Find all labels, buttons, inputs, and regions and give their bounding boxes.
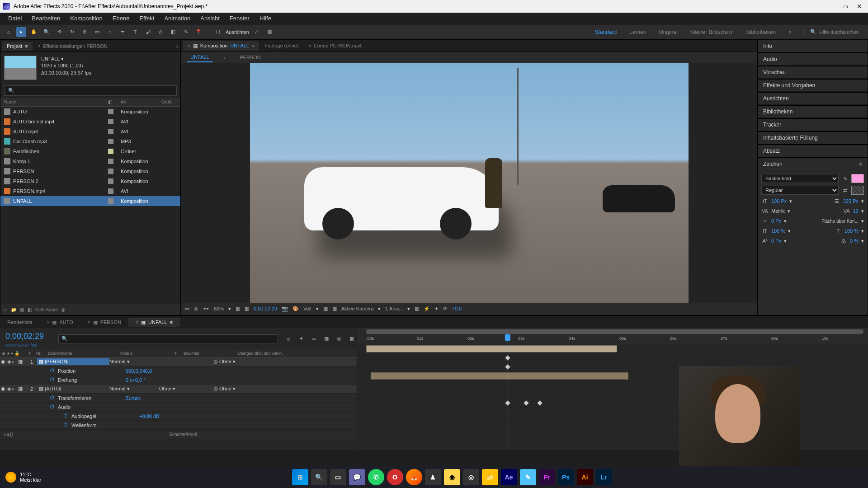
- tl-tool-4[interactable]: ▦: [321, 334, 331, 344]
- timeline-property[interactable]: ⏱TransformierenZurück: [0, 394, 357, 403]
- 3d-icon[interactable]: ✦: [434, 306, 439, 312]
- tl-footer-label[interactable]: Schalter/Modi: [169, 432, 197, 437]
- project-item[interactable]: Komp 1Komposition: [0, 156, 180, 166]
- project-item[interactable]: PERSON.mp4AVI: [0, 186, 180, 196]
- exposure-value[interactable]: +0,0: [452, 306, 462, 311]
- roto-tool[interactable]: ✎: [181, 27, 191, 37]
- tl-tool-3[interactable]: ▭: [309, 334, 319, 344]
- font-size-value[interactable]: 100 Px: [771, 198, 787, 204]
- adjust-icon[interactable]: ◧: [28, 307, 32, 312]
- tl-tab-auto[interactable]: × ▦ AUTO: [40, 318, 80, 327]
- panel-character[interactable]: Zeichen≡: [758, 158, 868, 170]
- flow-tab-unfall[interactable]: UNFALL: [187, 52, 213, 62]
- home-tool[interactable]: ⌂: [4, 27, 14, 37]
- rect-tool[interactable]: ▭: [92, 27, 102, 37]
- flow-tab-person[interactable]: PERSON: [236, 53, 264, 62]
- rotate-tool[interactable]: ↻: [67, 27, 77, 37]
- vscale-value[interactable]: 100 %: [771, 228, 785, 234]
- orbit-tool[interactable]: ⟲: [54, 27, 64, 37]
- teams-icon[interactable]: 💬: [349, 469, 365, 485]
- roi-icon[interactable]: ▦: [245, 306, 249, 312]
- tracking-value[interactable]: 10: [853, 208, 859, 214]
- project-item[interactable]: AUTO.mp4AVI: [0, 127, 180, 136]
- menu-effekt[interactable]: Effekt: [135, 13, 159, 23]
- snap-opt-icon[interactable]: ⤢: [252, 27, 262, 37]
- minimize-button[interactable]: —: [827, 3, 834, 10]
- workspace-more[interactable]: »: [788, 29, 792, 35]
- viewer-timecode[interactable]: 0;00;02;29: [254, 306, 277, 311]
- hand-tool[interactable]: ✋: [29, 27, 39, 37]
- camera-select[interactable]: Aktive Kamera: [341, 306, 374, 311]
- taskview-button[interactable]: ▭: [330, 469, 346, 485]
- eraser-tool[interactable]: ◧: [168, 27, 178, 37]
- obs-icon[interactable]: ◎: [463, 469, 479, 485]
- start-button[interactable]: ⊞: [292, 469, 308, 485]
- panel-contentfill[interactable]: Inhaltsbasierte Füllung: [758, 132, 868, 144]
- timeline-layer[interactable]: ◉ ◈▸▦2▦ [AUTO]Normal ▾Ohne ▾◎ Ohne ▾: [0, 385, 357, 394]
- tab-composition[interactable]: × ▦ Komposition UNFALL ≡: [183, 41, 259, 51]
- timeline-timecode[interactable]: 0;00;02;29: [0, 330, 49, 343]
- panel-paragraph[interactable]: Absatz: [758, 145, 868, 157]
- tl-tool-5[interactable]: ◎: [334, 334, 344, 344]
- menu-datei[interactable]: Datei: [4, 13, 26, 23]
- timeline-search[interactable]: 🔍: [58, 334, 278, 343]
- tl-toggle-3[interactable]: {}: [10, 432, 13, 437]
- hscale-value[interactable]: 100 %: [844, 228, 859, 234]
- bpc-label[interactable]: 8-Bit-Kanal: [35, 307, 57, 312]
- menu-ebene[interactable]: Ebene: [108, 13, 134, 23]
- timeline-layer[interactable]: ◉ ◈▸▦1▦ [PERSON]Normal ▾◎ Ohne ▾: [0, 357, 357, 366]
- clip-auto[interactable]: [371, 372, 628, 380]
- tl-toggle-2[interactable]: ◈: [6, 432, 10, 437]
- alpha-icon[interactable]: ▭: [185, 306, 189, 312]
- panel-preview[interactable]: Vorschau: [758, 66, 868, 79]
- render-icon[interactable]: ⟳: [443, 306, 447, 312]
- clone-tool[interactable]: ⎙: [156, 27, 165, 37]
- workspace-bibliotheken[interactable]: Bibliotheken: [746, 29, 776, 35]
- menu-komposition[interactable]: Komposition: [66, 13, 107, 23]
- tl-tool-1[interactable]: ⎋: [283, 334, 293, 344]
- color-icon[interactable]: 🎨: [292, 306, 299, 312]
- fast-icon[interactable]: ⚡: [424, 306, 430, 312]
- comp-icon[interactable]: ▦: [20, 307, 24, 312]
- menu-animation[interactable]: Animation: [160, 13, 195, 23]
- puppet-tool[interactable]: 📍: [193, 27, 203, 37]
- leading-value[interactable]: 325 Px: [843, 198, 859, 204]
- eyedropper-icon[interactable]: ✎: [841, 175, 849, 182]
- project-item[interactable]: UNFALLKomposition: [0, 196, 180, 206]
- zoom-select[interactable]: 50%: [214, 306, 224, 311]
- menu-fenster[interactable]: Fenster: [225, 13, 254, 23]
- mask-icon[interactable]: 👓: [203, 306, 209, 312]
- views-select[interactable]: 1 Ansi...: [385, 306, 403, 311]
- clip-person[interactable]: [366, 345, 617, 352]
- explorer-icon[interactable]: 📁: [482, 469, 498, 485]
- timeline-property[interactable]: ⏱Wellenform: [0, 421, 357, 430]
- menu-hilfe[interactable]: Hilfe: [255, 13, 276, 23]
- menu-ansicht[interactable]: Ansicht: [196, 13, 224, 23]
- stroke-value[interactable]: 0 Px: [771, 218, 781, 224]
- lightroom-icon[interactable]: Lr: [596, 469, 612, 485]
- workspace-lernen[interactable]: Lernen: [629, 29, 646, 35]
- panel-align[interactable]: Ausrichten: [758, 93, 868, 105]
- aftereffects-icon[interactable]: Ae: [501, 469, 517, 485]
- timeline-property[interactable]: ⏱Audiopegel+0,00 dB: [0, 412, 357, 421]
- tab-project[interactable]: Projekt ≡: [2, 42, 33, 51]
- project-item[interactable]: FarbflächenOrdner: [0, 146, 180, 156]
- playhead[interactable]: [508, 328, 508, 450]
- opera-icon[interactable]: O: [387, 469, 403, 485]
- photoshop-icon[interactable]: Ps: [558, 469, 574, 485]
- app-icon-2[interactable]: ◉: [444, 469, 460, 485]
- keyframe[interactable]: [537, 400, 542, 405]
- res-select[interactable]: Voll: [303, 306, 311, 311]
- tab-footage[interactable]: Footage (ohne): [260, 41, 303, 50]
- project-item[interactable]: Car Crash.mp3MP3: [0, 136, 180, 146]
- pen-tool[interactable]: ✒: [118, 27, 127, 37]
- tl-tab-unfall[interactable]: × ▦ UNFALL ≡: [128, 318, 180, 327]
- font-family-select[interactable]: Bastile bold: [761, 174, 839, 183]
- tab-layer[interactable]: ×Ebene PERSON.mp4: [304, 41, 367, 50]
- keyframe[interactable]: [524, 400, 528, 405]
- font-style-select[interactable]: Regular: [761, 186, 839, 195]
- channel-icon[interactable]: ◎: [194, 306, 198, 312]
- project-search[interactable]: 🔍: [4, 85, 177, 96]
- stroke-color-swatch[interactable]: [851, 186, 864, 195]
- stroke-opt[interactable]: Fläche über Kon...: [821, 219, 859, 224]
